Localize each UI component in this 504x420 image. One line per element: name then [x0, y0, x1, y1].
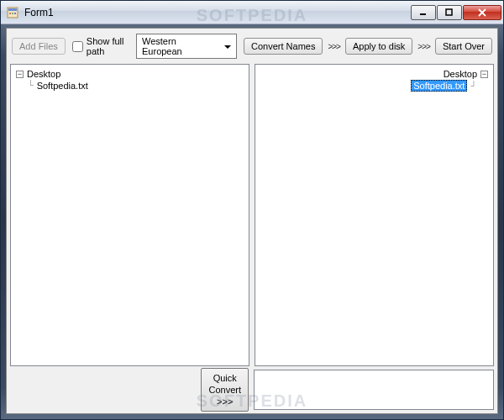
tree-line-icon: └: [28, 80, 34, 91]
tree-root[interactable]: − Desktop: [16, 68, 244, 80]
add-files-button[interactable]: Add Files: [12, 38, 66, 55]
panes: − Desktop └ Softpedia.txt Desktop − Soft…: [10, 64, 494, 366]
show-full-path-label: Show full path: [87, 36, 129, 56]
chevron-down-icon: [224, 41, 231, 51]
apply-to-disk-button[interactable]: Apply to disk: [345, 38, 412, 55]
encoding-selected: Western European: [142, 36, 204, 56]
maximize-button[interactable]: [437, 5, 462, 20]
encoding-dropdown[interactable]: Western European: [136, 34, 237, 59]
tree-item-label-selected: Softpedia.txt: [411, 80, 467, 92]
convert-names-button[interactable]: Convert Names: [244, 38, 323, 55]
tree-item-label: Softpedia.txt: [37, 81, 88, 91]
tree-item[interactable]: Softpedia.txt ┘: [260, 80, 488, 92]
quick-convert-button[interactable]: Quick Convert >>>: [201, 368, 249, 412]
titlebar[interactable]: Form1: [1, 1, 503, 24]
output-textbox[interactable]: [254, 370, 494, 410]
minimize-button[interactable]: [411, 5, 436, 20]
app-window: Form1 SOFTPEDIA Add Files Show full path: [0, 0, 504, 420]
bottom-row: Quick Convert >>>: [10, 366, 494, 410]
inner-frame: Add Files Show full path Western Europea…: [6, 28, 498, 414]
window-controls: [410, 5, 501, 20]
collapse-icon[interactable]: −: [16, 71, 24, 78]
svg-point-3: [12, 13, 13, 14]
tree-root-label: Desktop: [27, 69, 60, 79]
svg-point-2: [9, 13, 11, 14]
svg-rect-6: [446, 9, 452, 15]
toolbar: Add Files Show full path Western Europea…: [10, 32, 494, 64]
tree-root-label: Desktop: [444, 69, 477, 79]
collapse-icon[interactable]: −: [480, 71, 488, 78]
left-tree-pane[interactable]: − Desktop └ Softpedia.txt: [10, 64, 249, 366]
tree-item[interactable]: └ Softpedia.txt: [16, 80, 244, 91]
window-title: Form1: [24, 7, 410, 18]
show-full-path-checkbox[interactable]: Show full path: [69, 36, 133, 56]
bottom-left: Quick Convert >>>: [10, 370, 249, 410]
tree-line-icon: ┘: [470, 81, 476, 92]
svg-point-4: [14, 13, 16, 14]
right-tree-pane[interactable]: Desktop − Softpedia.txt ┘: [255, 64, 494, 366]
arrows-icon: >>>: [326, 42, 342, 51]
arrows-icon: >>>: [416, 42, 432, 51]
show-full-path-input[interactable]: [72, 41, 83, 52]
tree-root[interactable]: Desktop −: [260, 68, 488, 80]
app-icon: [6, 6, 19, 19]
window-body: SOFTPEDIA Add Files Show full path Weste…: [1, 24, 503, 419]
start-over-button[interactable]: Start Over: [435, 38, 492, 55]
close-button[interactable]: [463, 5, 501, 20]
svg-rect-1: [8, 8, 17, 11]
